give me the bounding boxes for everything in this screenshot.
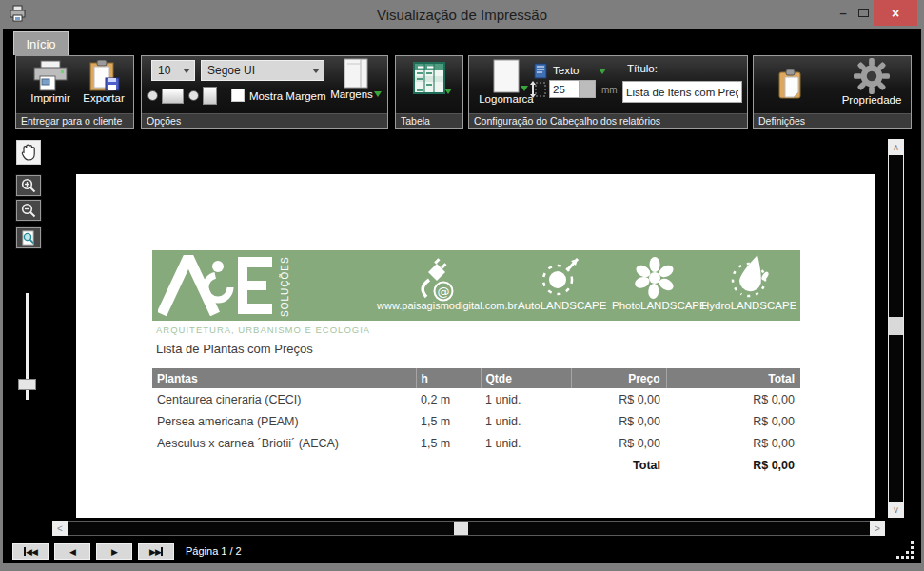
minimize-button[interactable]: – — [834, 0, 853, 26]
last-page-icon — [161, 547, 163, 556]
photolandscape-icon — [633, 254, 677, 300]
logo-button[interactable]: Logomarca — [477, 59, 536, 105]
table-cell: R$ 0,00 — [571, 432, 666, 454]
scroll-up-button[interactable]: ∧ — [888, 139, 904, 155]
horizontal-scrollbar-thumb[interactable] — [454, 522, 468, 535]
usb-at-icon: @ — [407, 256, 457, 302]
hydrolandscape-icon — [725, 253, 771, 299]
plants-table: Plantas h Qtde Preço Total Centaurea cin… — [152, 368, 800, 476]
orientation-landscape-radio[interactable] — [147, 90, 158, 101]
document-header-banner: SOLUÇÕES @ www.paisagismodigital.com.br … — [152, 250, 800, 321]
total-label: Total — [571, 454, 666, 476]
text-dropdown-icon[interactable] — [599, 69, 606, 74]
header-height-spinner[interactable] — [580, 80, 596, 98]
titlebar: Visualização de Impressão – × — [0, 0, 924, 29]
table-cell: 1,5 m — [416, 432, 481, 454]
maximize-button[interactable] — [853, 0, 874, 26]
col-qtde: Qtde — [481, 368, 571, 388]
total-value: R$ 0,00 — [666, 454, 800, 476]
last-page-button[interactable]: ▶▶ — [138, 543, 174, 560]
export-label: Exportar — [83, 92, 124, 104]
window-border-left — [0, 29, 3, 571]
export-button[interactable]: Exportar — [79, 60, 128, 104]
group-header-config: Logomarca Texto mm Título: Configuração … — [468, 55, 748, 129]
scroll-down-button[interactable]: ∨ — [888, 502, 904, 518]
group-header-caption: Configuração do Cabeçalho dos relatórios — [469, 113, 747, 128]
plants-table-body: Centaurea cineraria (CECI)0,2 m1 unid.R$… — [152, 388, 800, 454]
next-page-button[interactable]: ▶ — [96, 543, 132, 560]
group-definitions-caption: Definições — [754, 113, 911, 128]
first-page-button[interactable]: ◀◀ — [12, 543, 49, 560]
group-table-caption: Tabela — [396, 113, 462, 128]
print-label: Imprimir — [30, 92, 70, 104]
property-button[interactable]: Propriedade — [836, 58, 908, 106]
report-title-input[interactable] — [622, 81, 742, 103]
resize-grip[interactable] — [895, 541, 914, 561]
zoom-slider-thumb[interactable] — [18, 379, 36, 390]
table-cell: Centaurea cineraria (CECI) — [152, 388, 416, 410]
autolandscape-icon — [538, 255, 581, 299]
table-cell: R$ 0,00 — [571, 388, 666, 410]
group-options: 10 Segoe UI Mostra Margem Margens Opções — [141, 55, 388, 129]
zoom-fit-button[interactable] — [16, 227, 41, 248]
horizontal-scrollbar-track[interactable] — [52, 521, 885, 536]
table-dropdown-icon — [444, 89, 452, 94]
table-cell: Aesculus x carnea ´Briotii´ (AECA) — [152, 432, 416, 454]
document-page: SOLUÇÕES @ www.paisagismodigital.com.br … — [76, 174, 875, 518]
font-name-combo[interactable]: Segoe UI — [201, 60, 324, 81]
table-cell: 0,2 m — [416, 388, 481, 410]
scroll-left-button[interactable]: < — [52, 521, 68, 536]
table-cell: 1 unid. — [481, 432, 571, 454]
show-margin-checkbox[interactable] — [231, 89, 245, 102]
logo-label: Logomarca — [479, 93, 534, 105]
page-counter: Página 1 / 2 — [186, 545, 242, 557]
logomarca-icon — [493, 59, 520, 93]
print-icon — [32, 60, 69, 92]
scroll-right-button[interactable]: > — [870, 521, 885, 536]
font-name-value: Segoe UI — [202, 64, 308, 77]
zoom-out-icon — [21, 203, 36, 218]
table-style-button[interactable] — [412, 62, 448, 96]
margins-label-wrap: Margens — [330, 89, 382, 100]
margins-dropdown-icon — [374, 91, 382, 97]
margins-button[interactable]: Margens — [328, 58, 383, 100]
previous-page-button[interactable]: ◀ — [54, 543, 90, 560]
col-plantas: Plantas — [152, 368, 416, 388]
close-button[interactable]: × — [874, 0, 917, 26]
zoom-out-button[interactable] — [16, 200, 41, 221]
group-deliver-caption: Entregar para o cliente — [16, 113, 133, 128]
col-preco: Preço — [571, 368, 666, 388]
pan-tool-button[interactable] — [16, 140, 41, 165]
plants-table-header: Plantas h Qtde Preço Total — [152, 368, 800, 388]
font-size-combo[interactable]: 10 — [151, 60, 195, 81]
margins-icon — [344, 58, 368, 89]
table-row: Centaurea cineraria (CECI)0,2 m1 unid.R$… — [152, 388, 800, 410]
table-cell: R$ 0,00 — [666, 410, 800, 432]
landscape-page-icon — [162, 89, 184, 104]
logo-dropdown-icon — [521, 86, 528, 91]
col-total: Total — [666, 368, 800, 388]
print-button[interactable]: Imprimir — [26, 60, 75, 104]
window-border-bottom[interactable] — [0, 563, 924, 571]
hand-icon — [21, 144, 36, 161]
text-label[interactable]: Texto — [553, 65, 580, 76]
table-cell: 1,5 m — [416, 410, 481, 432]
table-icon — [413, 62, 447, 96]
chevron-down-icon — [179, 69, 194, 73]
hydrolandscape-label: HydroLANDSCAPE — [701, 300, 796, 311]
photolandscape-label: PhotoLANDSCAPE — [612, 300, 707, 311]
vertical-scrollbar-thumb[interactable] — [889, 317, 903, 335]
orientation-portrait-radio[interactable] — [188, 90, 199, 101]
table-cell: R$ 0,00 — [666, 388, 800, 410]
table-cell: R$ 0,00 — [666, 432, 800, 454]
export-icon — [87, 60, 121, 92]
col-h: h — [416, 368, 481, 388]
header-height-input[interactable] — [549, 80, 580, 98]
table-cell: 1 unid. — [481, 388, 571, 410]
clipboard-icon — [777, 69, 807, 100]
zoom-in-button[interactable] — [16, 175, 41, 196]
font-size-value: 10 — [152, 64, 179, 77]
tab-inicio[interactable]: Início — [13, 31, 69, 55]
table-cell: R$ 0,00 — [571, 410, 666, 432]
window-title: Visualização de Impressão — [0, 7, 924, 23]
